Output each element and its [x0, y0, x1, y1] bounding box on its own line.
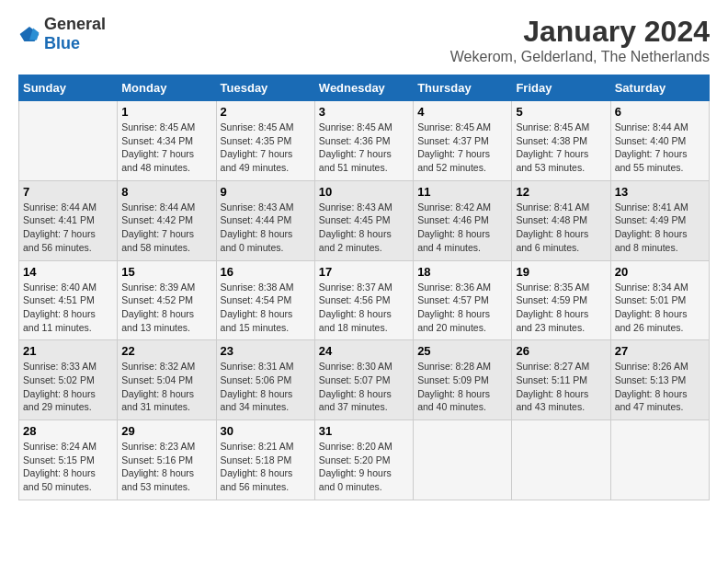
cell-content: Sunrise: 8:39 AM: [121, 282, 195, 293]
calendar-cell: 10Sunrise: 8:43 AMSunset: 4:45 PMDayligh…: [314, 180, 413, 260]
day-number: 29: [121, 424, 211, 438]
cell-content: Daylight: 8 hours: [516, 228, 588, 239]
calendar-cell: 16Sunrise: 8:38 AMSunset: 4:54 PMDayligh…: [216, 260, 314, 340]
cell-content: Sunset: 5:07 PM: [319, 374, 391, 385]
day-number: 28: [23, 424, 113, 438]
cell-content: and 2 minutes.: [319, 242, 382, 253]
cell-content: and 48 minutes.: [121, 162, 190, 173]
cell-content: Daylight: 7 hours: [516, 148, 588, 159]
cell-content: and 50 minutes.: [23, 481, 92, 492]
cell-content: Sunrise: 8:43 AM: [221, 201, 294, 213]
calendar-cell: 17Sunrise: 8:37 AMSunset: 4:56 PMDayligh…: [314, 260, 413, 340]
cell-content: Sunset: 5:15 PM: [23, 454, 95, 465]
calendar-cell: 29Sunrise: 8:23 AMSunset: 5:16 PMDayligh…: [118, 420, 216, 500]
day-number: 23: [221, 344, 311, 358]
calendar-cell: 25Sunrise: 8:28 AMSunset: 5:09 PMDayligh…: [414, 340, 512, 420]
cell-content: Sunset: 4:59 PM: [516, 294, 587, 305]
cell-content: Sunset: 5:01 PM: [615, 294, 687, 305]
day-number: 4: [417, 105, 507, 119]
cell-content: Daylight: 8 hours: [221, 308, 293, 319]
cell-content: and 56 minutes.: [221, 481, 290, 492]
day-header: Friday: [512, 75, 610, 101]
day-number: 24: [319, 344, 409, 358]
cell-content: Sunrise: 8:35 AM: [516, 282, 589, 293]
logo-text: General Blue: [44, 15, 106, 53]
cell-content: Sunset: 4:36 PM: [319, 135, 391, 146]
cell-content: and 0 minutes.: [221, 242, 284, 253]
cell-content: Sunrise: 8:23 AM: [121, 441, 195, 452]
cell-content: and 51 minutes.: [319, 162, 388, 173]
calendar-cell: 11Sunrise: 8:42 AMSunset: 4:46 PMDayligh…: [414, 180, 512, 260]
calendar-week-row: 28Sunrise: 8:24 AMSunset: 5:15 PMDayligh…: [19, 420, 710, 500]
cell-content: Sunrise: 8:24 AM: [23, 441, 97, 452]
cell-content: Sunrise: 8:45 AM: [121, 121, 195, 132]
cell-content: Daylight: 8 hours: [121, 467, 194, 478]
header: General Blue January 2024 Wekerom, Gelde…: [18, 15, 710, 65]
cell-content: Sunrise: 8:45 AM: [516, 121, 589, 132]
cell-content: and 29 minutes.: [23, 401, 92, 412]
cell-content: Sunrise: 8:33 AM: [23, 361, 97, 372]
day-header: Monday: [118, 75, 216, 101]
cell-content: Sunset: 4:46 PM: [417, 214, 489, 225]
cell-content: and 13 minutes.: [121, 322, 190, 333]
cell-content: and 56 minutes.: [23, 242, 92, 253]
cell-content: Sunrise: 8:20 AM: [319, 441, 392, 452]
cell-content: Sunset: 4:37 PM: [417, 135, 489, 146]
calendar-cell: 14Sunrise: 8:40 AMSunset: 4:51 PMDayligh…: [19, 260, 118, 340]
cell-content: and 4 minutes.: [417, 242, 481, 253]
cell-content: Sunset: 4:49 PM: [615, 214, 687, 225]
calendar-cell: 27Sunrise: 8:26 AMSunset: 5:13 PMDayligh…: [610, 340, 709, 420]
day-number: 8: [121, 185, 211, 199]
calendar-cell: 30Sunrise: 8:21 AMSunset: 5:18 PMDayligh…: [216, 420, 314, 500]
cell-content: Daylight: 7 hours: [23, 228, 96, 239]
cell-content: and 11 minutes.: [23, 322, 92, 333]
calendar-table: SundayMondayTuesdayWednesdayThursdayFrid…: [18, 75, 710, 500]
calendar-cell: 28Sunrise: 8:24 AMSunset: 5:15 PMDayligh…: [19, 420, 118, 500]
day-number: 11: [417, 185, 507, 199]
cell-content: Daylight: 8 hours: [121, 388, 194, 399]
day-header: Tuesday: [216, 75, 314, 101]
calendar-cell: 31Sunrise: 8:20 AMSunset: 5:20 PMDayligh…: [314, 420, 413, 500]
day-number: 17: [319, 265, 409, 279]
cell-content: Sunset: 4:56 PM: [319, 294, 391, 305]
main-title: January 2024: [450, 15, 710, 49]
calendar-cell: 15Sunrise: 8:39 AMSunset: 4:52 PMDayligh…: [118, 260, 216, 340]
cell-content: Daylight: 8 hours: [615, 228, 688, 239]
cell-content: Daylight: 8 hours: [319, 228, 392, 239]
cell-content: Sunset: 4:48 PM: [516, 214, 587, 225]
cell-content: Sunrise: 8:38 AM: [221, 282, 294, 293]
cell-content: Daylight: 8 hours: [417, 388, 490, 399]
cell-content: and 37 minutes.: [319, 401, 388, 412]
cell-content: Sunrise: 8:26 AM: [615, 361, 688, 372]
calendar-cell: 26Sunrise: 8:27 AMSunset: 5:11 PMDayligh…: [512, 340, 610, 420]
calendar-week-row: 1Sunrise: 8:45 AMSunset: 4:34 PMDaylight…: [19, 101, 710, 181]
day-number: 1: [121, 105, 211, 119]
logo-icon: [18, 25, 40, 43]
cell-content: Sunset: 4:35 PM: [221, 135, 292, 146]
calendar-cell: 1Sunrise: 8:45 AMSunset: 4:34 PMDaylight…: [118, 101, 216, 181]
cell-content: and 15 minutes.: [221, 322, 290, 333]
cell-content: Sunrise: 8:40 AM: [23, 282, 97, 293]
cell-content: Daylight: 8 hours: [221, 467, 293, 478]
day-number: 7: [23, 185, 113, 199]
cell-content: and 6 minutes.: [516, 242, 579, 253]
calendar-cell: 7Sunrise: 8:44 AMSunset: 4:41 PMDaylight…: [19, 180, 118, 260]
cell-content: Sunrise: 8:44 AM: [615, 121, 688, 132]
cell-content: Daylight: 7 hours: [121, 228, 194, 239]
cell-content: Daylight: 8 hours: [23, 308, 96, 319]
cell-content: Sunset: 4:54 PM: [221, 294, 292, 305]
day-header: Sunday: [19, 75, 118, 101]
calendar-cell: 3Sunrise: 8:45 AMSunset: 4:36 PMDaylight…: [314, 101, 413, 181]
cell-content: Sunrise: 8:30 AM: [319, 361, 392, 372]
day-number: 3: [319, 105, 409, 119]
cell-content: Daylight: 8 hours: [319, 388, 392, 399]
day-number: 2: [221, 105, 311, 119]
day-number: 25: [417, 344, 507, 358]
cell-content: Sunrise: 8:43 AM: [319, 201, 392, 213]
day-number: 16: [221, 265, 311, 279]
cell-content: and 52 minutes.: [417, 162, 486, 173]
calendar-cell: 4Sunrise: 8:45 AMSunset: 4:37 PMDaylight…: [414, 101, 512, 181]
cell-content: Sunrise: 8:44 AM: [121, 201, 195, 213]
cell-content: and 40 minutes.: [417, 401, 486, 412]
day-header: Saturday: [610, 75, 709, 101]
